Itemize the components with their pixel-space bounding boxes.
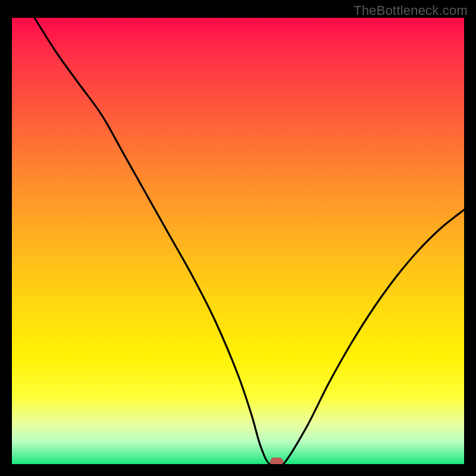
curve-path [35,18,464,464]
bottleneck-curve [12,18,464,464]
optimal-point-marker [270,458,283,464]
watermark-text: TheBottleneck.com [353,3,468,18]
chart-frame: TheBottleneck.com [0,0,476,476]
plot-area [12,18,464,464]
